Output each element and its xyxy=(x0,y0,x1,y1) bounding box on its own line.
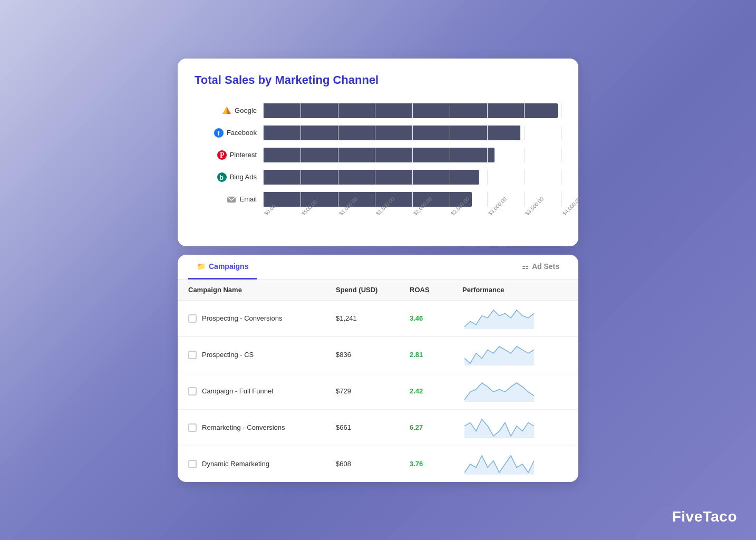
spend-value: $729 xyxy=(336,387,410,395)
spend-value: $1,241 xyxy=(336,314,410,322)
brand-watermark: FiveTaco xyxy=(672,508,737,525)
roas-value: 6.27 xyxy=(410,423,462,431)
google-icon xyxy=(222,106,231,115)
bar-chart: Google f Facebook xyxy=(195,100,561,210)
row-checkbox[interactable] xyxy=(188,351,197,359)
adsets-icon: ⚏ xyxy=(522,262,529,271)
column-header: Campaign Name xyxy=(188,286,336,294)
svg-marker-9 xyxy=(464,310,534,329)
email-icon xyxy=(227,195,236,204)
roas-value: 3.76 xyxy=(410,460,462,468)
svg-marker-1 xyxy=(227,107,231,114)
channel-name: Email xyxy=(239,195,257,203)
chart-card: Total Sales by Marketing Channel Google xyxy=(178,59,578,246)
table-row: Remarketing - Conversions $661 6.27 xyxy=(178,410,578,446)
bar-label-pinterest: P Pinterest xyxy=(195,150,263,160)
bar-label-bing: b Bing Ads xyxy=(195,172,263,182)
sparkline-svg xyxy=(462,417,536,438)
campaign-cell: Prospecting - CS xyxy=(188,351,336,359)
table-row: Prospecting - Conversions $1,241 3.46 xyxy=(178,301,578,337)
bar-row: b Bing Ads xyxy=(195,166,561,188)
svg-text:b: b xyxy=(219,173,224,181)
campaign-name: Prospecting - CS xyxy=(202,351,254,359)
bar-label-google: Google xyxy=(195,106,263,115)
chart-title: Total Sales by Marketing Channel xyxy=(195,73,561,87)
table-row: Campaign - Full Funnel $729 2.42 xyxy=(178,373,578,410)
roas-value: 2.81 xyxy=(410,351,462,359)
bar-label-facebook: f Facebook xyxy=(195,128,263,138)
bar-fill xyxy=(263,126,520,140)
bar-row: f Facebook xyxy=(195,122,561,144)
table-row: Dynamic Remarketing $608 3.76 xyxy=(178,446,578,482)
sparkline-svg xyxy=(462,454,536,475)
sparkline-svg xyxy=(462,308,536,329)
axis-tick: $4,000.00 xyxy=(561,196,582,216)
spend-value: $836 xyxy=(336,351,410,359)
row-checkbox[interactable] xyxy=(188,460,197,468)
folder-icon: 📁 xyxy=(197,262,206,271)
roas-value: 2.42 xyxy=(410,387,462,395)
spend-value: $661 xyxy=(336,423,410,431)
campaign-cell: Campaign - Full Funnel xyxy=(188,387,336,396)
table-body: Prospecting - Conversions $1,241 3.46 Pr… xyxy=(178,301,578,482)
sparkline xyxy=(462,381,536,402)
sparkline-svg xyxy=(462,381,536,402)
tab-adsets-label: Ad Sets xyxy=(532,262,559,271)
bar-fill xyxy=(263,103,558,118)
pinterest-icon: P xyxy=(217,150,227,160)
column-header: Performance xyxy=(462,286,568,294)
bar-track xyxy=(263,170,561,185)
facebook-icon: f xyxy=(214,128,224,138)
axis-labels: $0.00$500.00$1,000.00$1,500.00$2,000.00$… xyxy=(263,210,561,236)
email-icon xyxy=(227,195,236,204)
row-checkbox[interactable] xyxy=(188,314,197,323)
table-card: 📁 Campaigns ⚏ Ad Sets Campaign NameSpend… xyxy=(178,255,578,482)
bing-icon: b xyxy=(217,172,227,182)
campaign-cell: Remarketing - Conversions xyxy=(188,423,336,432)
sparkline-svg xyxy=(462,344,536,365)
campaign-cell: Dynamic Remarketing xyxy=(188,460,336,468)
spend-value: $608 xyxy=(336,460,410,468)
svg-text:P: P xyxy=(220,151,225,159)
tab-adsets[interactable]: ⚏ Ad Sets xyxy=(513,255,568,279)
main-container: Total Sales by Marketing Channel Google xyxy=(178,59,578,482)
campaign-cell: Prospecting - Conversions xyxy=(188,314,336,323)
bar-fill xyxy=(263,170,479,185)
svg-marker-11 xyxy=(464,383,534,402)
sparkline xyxy=(462,417,536,438)
tab-campaigns[interactable]: 📁 Campaigns xyxy=(188,255,257,279)
table-header: Campaign NameSpend (USD)ROASPerformance xyxy=(178,279,578,301)
campaign-name: Dynamic Remarketing xyxy=(202,460,269,468)
bar-track xyxy=(263,148,561,162)
row-checkbox[interactable] xyxy=(188,387,197,396)
pinterest-icon: P xyxy=(217,150,227,160)
campaign-name: Remarketing - Conversions xyxy=(202,423,285,431)
roas-value: 3.46 xyxy=(410,314,462,322)
bar-label-email: Email xyxy=(195,195,263,204)
sparkline xyxy=(462,308,536,329)
bar-fill xyxy=(263,192,472,207)
channel-name: Pinterest xyxy=(230,151,257,159)
table-row: Prospecting - CS $836 2.81 xyxy=(178,337,578,373)
column-header: ROAS xyxy=(410,286,462,294)
bar-track xyxy=(263,103,561,118)
sparkline xyxy=(462,344,536,365)
bar-fill xyxy=(263,148,495,162)
bar-row: P Pinterest xyxy=(195,144,561,166)
bing-icon: b xyxy=(217,172,227,182)
bar-track xyxy=(263,126,561,140)
channel-name: Facebook xyxy=(227,129,257,137)
row-checkbox[interactable] xyxy=(188,423,197,432)
facebook-icon: f xyxy=(214,128,224,138)
column-header: Spend (USD) xyxy=(336,286,410,294)
bar-row: Google xyxy=(195,100,561,122)
sparkline xyxy=(462,454,536,475)
channel-name: Google xyxy=(235,107,257,114)
google-icon xyxy=(222,106,231,115)
tab-bar: 📁 Campaigns ⚏ Ad Sets xyxy=(178,255,578,279)
tab-campaigns-label: Campaigns xyxy=(209,262,248,271)
channel-name: Bing Ads xyxy=(230,173,257,181)
campaign-name: Prospecting - Conversions xyxy=(202,314,282,322)
campaign-name: Campaign - Full Funnel xyxy=(202,387,273,395)
